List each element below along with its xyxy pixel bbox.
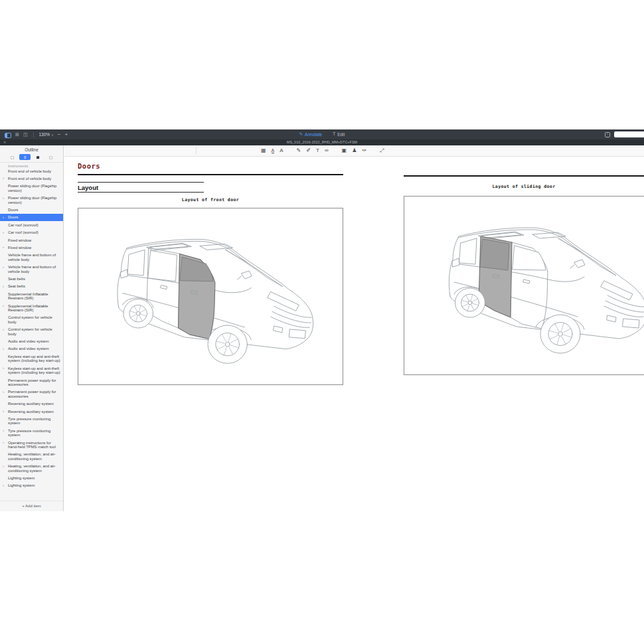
text-style-icon[interactable]: A bbox=[280, 148, 283, 153]
vehicle-diagram-sliding-door bbox=[404, 196, 644, 375]
disclosure-icon[interactable]: › bbox=[3, 464, 4, 468]
outline-item-label: Vehicle frame and bottom of vehicle body bbox=[8, 265, 56, 273]
disclosure-icon[interactable]: › bbox=[3, 390, 4, 394]
outline-item-label: Permanent power supply for accessories bbox=[8, 378, 56, 386]
outline-item-label: Lighting system bbox=[8, 483, 35, 487]
outline-item[interactable]: ›Tyre pressure monitoring system bbox=[0, 427, 63, 439]
outline-item[interactable]: Reversing auxiliary system bbox=[0, 400, 63, 408]
pencil-icon[interactable]: ✎ bbox=[297, 148, 301, 153]
fullscreen-icon[interactable]: ⤢ bbox=[380, 148, 384, 153]
vehicle-diagram-front-door bbox=[78, 208, 343, 385]
outline-item[interactable]: ›Car roof (sunroof) bbox=[0, 229, 63, 236]
add-item-button[interactable]: + Add item bbox=[0, 501, 63, 511]
outline-item[interactable]: ›Supplemental Inflatable Restraint (SIR) bbox=[0, 302, 63, 314]
edit-label: Edit bbox=[337, 132, 345, 137]
outline-item[interactable]: ›Audio and video system bbox=[0, 345, 63, 353]
edit-tab[interactable]: T Edit bbox=[333, 132, 345, 137]
outline-item[interactable]: ›Operating instructions for hand-held TP… bbox=[0, 439, 63, 451]
outline-item[interactable]: Power sliding door (Flagship version) bbox=[0, 183, 63, 195]
disclosure-icon[interactable]: › bbox=[3, 284, 4, 288]
outline-item-label: Fixed window bbox=[8, 246, 31, 250]
disclosure-icon[interactable]: › bbox=[3, 245, 4, 249]
disclosure-icon[interactable]: › bbox=[3, 230, 4, 234]
disclosure-icon[interactable]: › bbox=[3, 366, 4, 370]
outline-item[interactable]: Permanent power supply for accessories bbox=[0, 376, 63, 388]
outline-item[interactable]: Keyless start-up and anti-theft system (… bbox=[0, 353, 63, 364]
heading-rule bbox=[404, 175, 644, 177]
outline-item-label: Vehicle frame and bottom of vehicle body bbox=[8, 253, 56, 261]
disclosure-icon[interactable]: › bbox=[3, 265, 4, 269]
sidebar-tab-bar: ▢≡◼▢ bbox=[0, 153, 63, 163]
outline-item-label: Front end of vehicle body bbox=[8, 177, 51, 181]
outline-item-label: Keyless start-up and anti-theft system (… bbox=[8, 355, 60, 362]
outline-item[interactable]: ›Seat belts bbox=[0, 283, 63, 290]
outline-item-label: Doors bbox=[8, 208, 18, 212]
outline-item[interactable]: ›Front end of vehicle body bbox=[0, 175, 63, 182]
outline-item-label: Reversing auxiliary system bbox=[8, 410, 54, 414]
signature-icon[interactable]: ♟ bbox=[352, 148, 357, 153]
outline-item[interactable]: Doors bbox=[0, 206, 63, 213]
page-heading: Doors bbox=[78, 162, 100, 170]
close-tab-button[interactable]: ✕ bbox=[0, 141, 6, 144]
disclosure-icon[interactable]: › bbox=[3, 327, 4, 331]
annotate-tab[interactable]: ✎ Annotate bbox=[299, 132, 322, 137]
outline-item-label: Audio and video system bbox=[8, 347, 49, 351]
mode-switcher: ✎ Annotate T Edit bbox=[0, 129, 644, 139]
search-input[interactable] bbox=[614, 131, 644, 137]
disclosure-icon[interactable]: › bbox=[3, 440, 4, 444]
highlight-text-icon[interactable]: A bbox=[272, 148, 275, 153]
outline-item[interactable]: ›Fixed window bbox=[0, 244, 63, 251]
outline-item-selected[interactable]: ›Doors bbox=[0, 214, 63, 221]
disclosure-icon[interactable]: › bbox=[3, 196, 4, 200]
toolbar-divider bbox=[196, 147, 197, 154]
outline-item[interactable]: ›Control system for vehicle body bbox=[0, 326, 63, 338]
highlighter-icon[interactable]: ✐ bbox=[306, 148, 311, 153]
outline-item[interactable]: Vehicle frame and bottom of vehicle body bbox=[0, 252, 63, 264]
outline-item[interactable]: ›Permanent power supply for accessories bbox=[0, 388, 63, 400]
outline-item-label: Keyless start-up and anti-theft system (… bbox=[8, 366, 60, 374]
stamp-icon[interactable]: ▣ bbox=[342, 148, 347, 153]
outline-item[interactable]: ›Vehicle frame and bottom of vehicle bod… bbox=[0, 264, 63, 276]
disclosure-icon[interactable]: › bbox=[3, 347, 4, 351]
thumbnails-tab[interactable]: ▢ bbox=[7, 154, 18, 160]
outline-item-label: Supplemental Inflatable Restraint (SIR) bbox=[8, 292, 48, 300]
outline-item-label: Lighting system bbox=[8, 476, 35, 480]
outline-item[interactable]: Audio and video system bbox=[0, 338, 63, 345]
outline-item[interactable]: Fixed window bbox=[0, 236, 63, 244]
outline-item-label: Car roof (sunroof) bbox=[8, 230, 39, 234]
stamp-grid-icon[interactable]: ▦ bbox=[261, 148, 266, 153]
outline-item[interactable]: Lighting system bbox=[0, 475, 63, 482]
disclosure-icon[interactable]: › bbox=[3, 303, 4, 307]
disclosure-icon[interactable]: › bbox=[3, 483, 4, 487]
outline-item-label: Power sliding door (Flagship version) bbox=[8, 184, 56, 192]
outline-item[interactable]: Supplemental Inflatable Restraint (SIR) bbox=[0, 290, 63, 302]
bookmarks-tab[interactable]: ◼ bbox=[33, 154, 44, 160]
outline-item[interactable]: Car roof (sunroof) bbox=[0, 221, 63, 228]
outline-tab[interactable]: ≡ bbox=[19, 154, 31, 160]
annotations-tab[interactable]: ▢ bbox=[45, 154, 56, 160]
share-button[interactable]: ↑ bbox=[605, 132, 610, 137]
figure-caption-front-door: Layout of front door bbox=[78, 197, 343, 202]
pen-icon[interactable]: ✑ bbox=[362, 148, 366, 153]
outline-item[interactable]: ›Reversing auxiliary system bbox=[0, 408, 63, 415]
outline-item[interactable]: ›Heating, ventilation, and air-condition… bbox=[0, 463, 63, 475]
outline-item[interactable]: Seat belts bbox=[0, 276, 63, 283]
sidebar: Outline ▢≡◼▢ InstrumentsFront end of veh… bbox=[0, 145, 64, 511]
text-tool-icon[interactable]: T bbox=[316, 148, 319, 153]
shapes-icon[interactable]: ∞ bbox=[325, 148, 329, 153]
outline-item[interactable]: ›Keyless start-up and anti-theft system … bbox=[0, 364, 63, 376]
outline-item-label: Audio and video system bbox=[8, 339, 49, 343]
outline-item[interactable]: ›Power sliding door (Flagship version) bbox=[0, 195, 63, 206]
sliding-door-window-highlight bbox=[480, 239, 509, 270]
outline-item[interactable]: Heating, ventilation, and air-conditioni… bbox=[0, 451, 63, 463]
outline-item-label: Doors bbox=[8, 215, 18, 219]
outline-item[interactable]: Control system for vehicle body bbox=[0, 314, 63, 326]
disclosure-icon[interactable]: › bbox=[3, 409, 4, 413]
outline-item[interactable]: Front end of vehicle body bbox=[0, 167, 63, 175]
outline-item[interactable]: Tyre pressure monitoring system bbox=[0, 415, 63, 427]
disclosure-icon[interactable]: › bbox=[3, 176, 4, 180]
outline-item[interactable]: ›Lighting system bbox=[0, 482, 63, 489]
annotate-pen-icon: ✎ bbox=[299, 132, 303, 137]
disclosure-icon[interactable]: › bbox=[3, 428, 4, 432]
disclosure-icon[interactable]: › bbox=[3, 215, 4, 219]
